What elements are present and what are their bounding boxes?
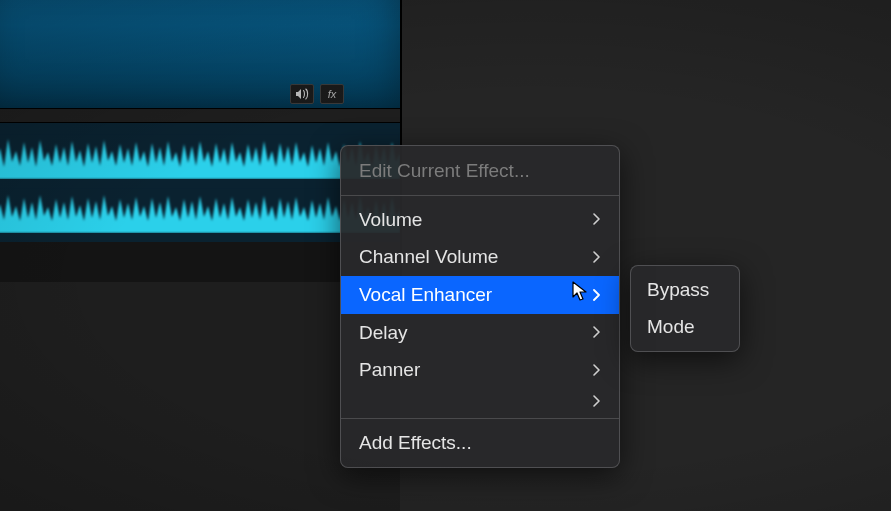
menu-item-label: Channel Volume [359,244,498,270]
fx-icon[interactable]: fx [320,84,344,104]
chevron-right-icon [592,213,601,225]
vocal-enhancer-submenu: Bypass Mode [630,265,740,352]
menu-header-edit-current-effect: Edit Current Effect... [341,152,619,190]
menu-item-label: Add Effects... [359,430,472,456]
submenu-item-bypass[interactable]: Bypass [631,272,739,309]
menu-separator [341,195,619,196]
chevron-right-icon [592,289,601,301]
chevron-right-icon [592,364,601,376]
chevron-right-icon [592,395,601,407]
menu-item-vocal-enhancer[interactable]: Vocal Enhancer [341,276,619,314]
menu-item-channel-volume[interactable]: Channel Volume [341,238,619,276]
chevron-right-icon [592,326,601,338]
fx-icon-label: fx [328,88,337,100]
effects-context-menu: Edit Current Effect... Volume Channel Vo… [340,145,620,468]
menu-separator [341,418,619,419]
speaker-icon[interactable] [290,84,314,104]
menu-item-add-effects[interactable]: Add Effects... [341,424,619,462]
menu-item-label: Volume [359,207,422,233]
menu-item-volume[interactable]: Volume [341,201,619,239]
menu-item-blank-submenu[interactable] [341,389,619,413]
menu-item-label: Delay [359,320,408,346]
menu-item-label: Vocal Enhancer [359,282,492,308]
chevron-right-icon [592,251,601,263]
submenu-item-mode[interactable]: Mode [631,309,739,346]
submenu-item-label: Mode [647,316,695,337]
menu-item-panner[interactable]: Panner [341,351,619,389]
submenu-item-label: Bypass [647,279,709,300]
menu-item-label: Panner [359,357,420,383]
menu-header-label: Edit Current Effect... [359,158,530,184]
menu-item-delay[interactable]: Delay [341,314,619,352]
